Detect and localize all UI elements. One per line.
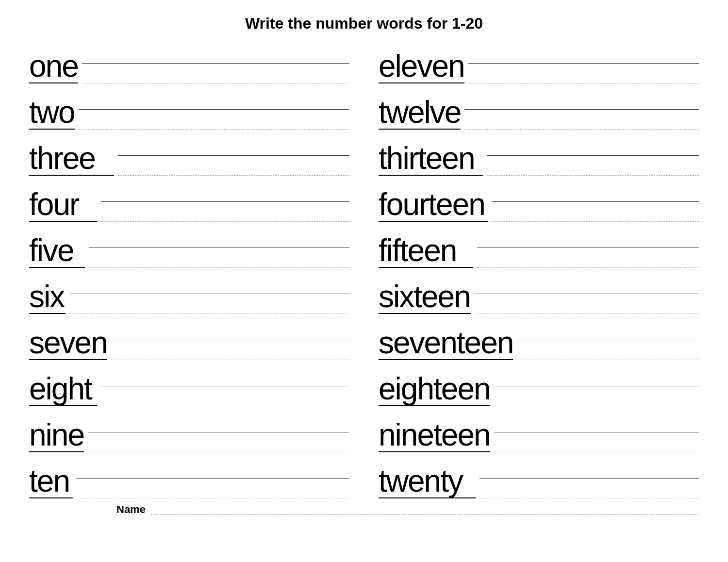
- word-label-four: four: [29, 176, 97, 222]
- word-label-five: five: [29, 222, 85, 268]
- word-row-six: six: [29, 268, 349, 314]
- word-row-seven: seven: [29, 314, 349, 360]
- word-label-six: six: [29, 268, 66, 314]
- word-row-twenty: twenty: [379, 452, 699, 498]
- word-label-nine: nine: [29, 406, 84, 452]
- word-label-eight: eight: [29, 360, 97, 406]
- right-column: eleventwelvethirteenfourteenfifteensixte…: [379, 37, 699, 498]
- writing-lines-fifteen[interactable]: [477, 222, 699, 268]
- worksheet-container: onetwothreefourfivesixseveneightnineten …: [19, 37, 709, 498]
- word-row-four: four: [29, 176, 349, 222]
- word-label-two: two: [29, 83, 75, 130]
- writing-lines-eleven[interactable]: [468, 37, 699, 83]
- writing-lines-seventeen[interactable]: [517, 314, 699, 360]
- word-row-one: one: [29, 37, 349, 83]
- word-row-eighteen: eighteen: [379, 360, 699, 406]
- word-row-five: five: [29, 222, 349, 268]
- word-label-seven: seven: [29, 314, 107, 360]
- word-label-nineteen: nineteen: [379, 406, 490, 452]
- writing-lines-six[interactable]: [69, 268, 349, 314]
- writing-lines-twelve[interactable]: [464, 83, 699, 130]
- word-row-thirteen: thirteen: [379, 130, 699, 176]
- word-row-twelve: twelve: [379, 83, 699, 130]
- word-row-nine: nine: [29, 406, 349, 452]
- writing-lines-three[interactable]: [118, 130, 349, 176]
- word-label-thirteen: thirteen: [379, 130, 483, 176]
- word-row-two: two: [29, 83, 349, 130]
- word-row-fifteen: fifteen: [379, 222, 699, 268]
- word-label-twenty: twenty: [379, 452, 476, 498]
- word-row-eleven: eleven: [379, 37, 699, 83]
- writing-lines-thirteen[interactable]: [487, 130, 699, 176]
- word-row-sixteen: sixteen: [379, 268, 699, 314]
- page-title: Write the number words for 1-20: [19, 15, 709, 33]
- word-row-fourteen: fourteen: [379, 176, 699, 222]
- word-label-one: one: [29, 37, 78, 83]
- word-row-nineteen: nineteen: [379, 406, 699, 452]
- writing-lines-fourteen[interactable]: [492, 176, 699, 222]
- word-label-eighteen: eighteen: [379, 360, 490, 406]
- word-label-three: three: [29, 130, 114, 176]
- writing-lines-sixteen[interactable]: [475, 268, 699, 314]
- word-label-fifteen: fifteen: [379, 222, 473, 268]
- writing-lines-twenty[interactable]: [480, 452, 699, 498]
- word-row-three: three: [29, 130, 349, 176]
- left-column: onetwothreefourfivesixseveneightnineten: [29, 37, 349, 498]
- name-line[interactable]: [150, 514, 699, 515]
- writing-lines-five[interactable]: [89, 222, 349, 268]
- writing-lines-eight[interactable]: [101, 360, 349, 406]
- name-row: Name: [19, 503, 709, 517]
- word-label-ten: ten: [29, 452, 73, 498]
- writing-lines-seven[interactable]: [111, 314, 349, 360]
- writing-lines-ten[interactable]: [77, 452, 349, 498]
- word-label-fourteen: fourteen: [379, 176, 488, 222]
- word-label-sixteen: sixteen: [379, 268, 471, 314]
- word-label-seventeen: seventeen: [379, 314, 513, 360]
- writing-lines-eighteen[interactable]: [494, 360, 699, 406]
- writing-lines-one[interactable]: [82, 37, 349, 83]
- word-label-eleven: eleven: [379, 37, 464, 83]
- writing-lines-four[interactable]: [101, 176, 349, 222]
- writing-lines-nineteen[interactable]: [494, 406, 699, 452]
- word-row-seventeen: seventeen: [379, 314, 699, 360]
- name-label: Name: [116, 503, 146, 517]
- word-row-ten: ten: [29, 452, 349, 498]
- word-row-eight: eight: [29, 360, 349, 406]
- writing-lines-nine[interactable]: [88, 406, 349, 452]
- writing-lines-two[interactable]: [79, 83, 349, 130]
- word-label-twelve: twelve: [379, 83, 461, 130]
